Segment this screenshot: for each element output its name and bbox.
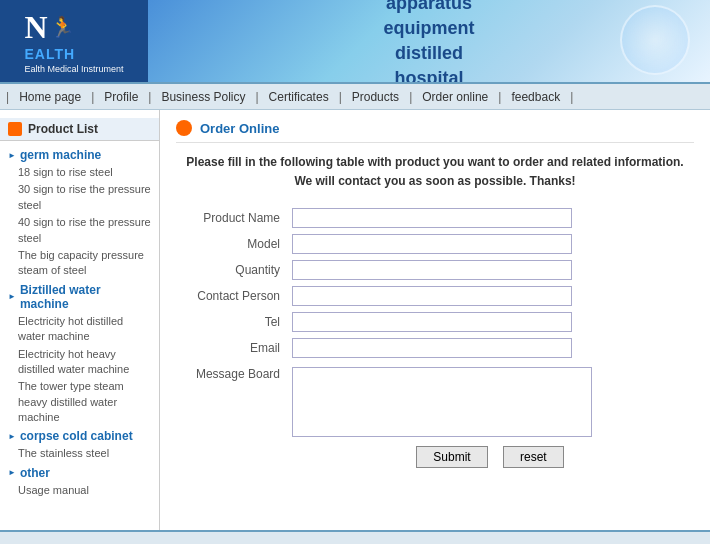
nav-order[interactable]: Order online xyxy=(414,88,496,106)
product-list-header: Product List xyxy=(0,118,159,141)
form-row-message: Message Board xyxy=(176,361,694,443)
order-online-title: Order Online xyxy=(200,121,279,136)
label-message: Message Board xyxy=(176,361,286,443)
sidebar-item-distilled-2[interactable]: Electricity hot heavy distilled water ma… xyxy=(0,346,159,379)
sidebar-category-corpse[interactable]: corpse cold cabinet xyxy=(0,426,159,445)
banner-line-4: hospital xyxy=(383,66,474,82)
nav-profile[interactable]: Profile xyxy=(96,88,146,106)
nav-separator: | xyxy=(570,90,573,104)
sidebar-category-distilled[interactable]: Biztilled water machine xyxy=(0,280,159,313)
label-product-name: Product Name xyxy=(176,205,286,231)
label-quantity: Quantity xyxy=(176,257,286,283)
form-row-quantity: Quantity xyxy=(176,257,694,283)
tel-input[interactable] xyxy=(292,312,572,332)
main-content: Product List germ machine 18 sign to ris… xyxy=(0,110,710,530)
nav-certificates[interactable]: Certificates xyxy=(261,88,337,106)
nav-separator: | xyxy=(339,90,342,104)
order-form: Product Name Model Quantity xyxy=(176,205,694,471)
sidebar-item-distilled-1[interactable]: Electricity hot distilled water machine xyxy=(0,313,159,346)
form-row-email: Email xyxy=(176,335,694,361)
quantity-input[interactable] xyxy=(292,260,572,280)
nav-separator: | xyxy=(91,90,94,104)
nav-separator: | xyxy=(148,90,151,104)
input-cell-model xyxy=(286,231,694,257)
sidebar-item-distilled-3[interactable]: The tower type steam heavy distilled wat… xyxy=(0,378,159,426)
sidebar-item-germ-4[interactable]: The big capacity pressure steam of steel xyxy=(0,247,159,280)
banner-line-3: distilled xyxy=(383,41,474,66)
sidebar-category-germ[interactable]: germ machine xyxy=(0,145,159,164)
button-row: Submit reset xyxy=(286,443,694,471)
order-online-header: Order Online xyxy=(176,120,694,143)
nav-separator: | xyxy=(498,90,501,104)
footer: Copyright @ Medical Instrument Limited c… xyxy=(0,530,710,544)
order-description: Please fill in the following table with … xyxy=(176,153,694,191)
header-banner: apparatus equipment distilled hospital xyxy=(148,0,710,82)
input-cell-quantity xyxy=(286,257,694,283)
product-name-input[interactable] xyxy=(292,208,572,228)
logo-company-name: Ealth Medical Instrument xyxy=(24,64,123,74)
input-cell-message xyxy=(286,361,694,443)
sidebar: Product List germ machine 18 sign to ris… xyxy=(0,110,160,530)
form-row-model: Model xyxy=(176,231,694,257)
sidebar-category-other[interactable]: other xyxy=(0,463,159,482)
message-textarea[interactable] xyxy=(292,367,592,437)
banner-line-1: apparatus xyxy=(383,0,474,16)
product-list-icon xyxy=(8,122,22,136)
nav-separator: | xyxy=(409,90,412,104)
logo-runner-icon: 🏃 xyxy=(50,15,75,39)
content-area: Order Online Please fill in the followin… xyxy=(160,110,710,530)
sidebar-item-corpse-1[interactable]: The stainless steel xyxy=(0,445,159,462)
logo-n-letter: N xyxy=(24,9,47,46)
form-row-buttons: Submit reset xyxy=(176,443,694,471)
input-cell-email xyxy=(286,335,694,361)
nav-home[interactable]: Home page xyxy=(11,88,89,106)
form-row-contact: Contact Person xyxy=(176,283,694,309)
nav-products[interactable]: Products xyxy=(344,88,407,106)
model-input[interactable] xyxy=(292,234,572,254)
label-model: Model xyxy=(176,231,286,257)
form-table: Product Name Model Quantity xyxy=(176,205,694,471)
input-cell-product-name xyxy=(286,205,694,231)
form-row-tel: Tel xyxy=(176,309,694,335)
email-input[interactable] xyxy=(292,338,572,358)
submit-button[interactable]: Submit xyxy=(416,446,487,468)
nav-separator: | xyxy=(6,90,9,104)
contact-input[interactable] xyxy=(292,286,572,306)
sidebar-item-germ-3[interactable]: 40 sign to rise the pressure steel xyxy=(0,214,159,247)
logo-area: N 🏃 EALTH Ealth Medical Instrument xyxy=(0,0,148,82)
reset-button[interactable]: reset xyxy=(503,446,564,468)
nav-separator: | xyxy=(255,90,258,104)
input-cell-tel xyxy=(286,309,694,335)
label-contact: Contact Person xyxy=(176,283,286,309)
form-row-product-name: Product Name xyxy=(176,205,694,231)
label-email: Email xyxy=(176,335,286,361)
logo-ealth: EALTH xyxy=(24,46,123,62)
nav-business[interactable]: Business Policy xyxy=(153,88,253,106)
nav-bar: | Home page | Profile | Business Policy … xyxy=(0,82,710,110)
input-cell-contact xyxy=(286,283,694,309)
banner-text: apparatus equipment distilled hospital xyxy=(383,0,474,82)
header: N 🏃 EALTH Ealth Medical Instrument appar… xyxy=(0,0,710,82)
order-online-icon xyxy=(176,120,192,136)
product-list-label: Product List xyxy=(28,122,98,136)
sidebar-item-other-1[interactable]: Usage manual xyxy=(0,482,159,499)
sidebar-item-germ-1[interactable]: 18 sign to rise steel xyxy=(0,164,159,181)
banner-decoration xyxy=(620,5,690,75)
banner-line-2: equipment xyxy=(383,16,474,41)
sidebar-item-germ-2[interactable]: 30 sign to rise the pressure steel xyxy=(0,181,159,214)
label-tel: Tel xyxy=(176,309,286,335)
nav-feedback[interactable]: feedback xyxy=(503,88,568,106)
